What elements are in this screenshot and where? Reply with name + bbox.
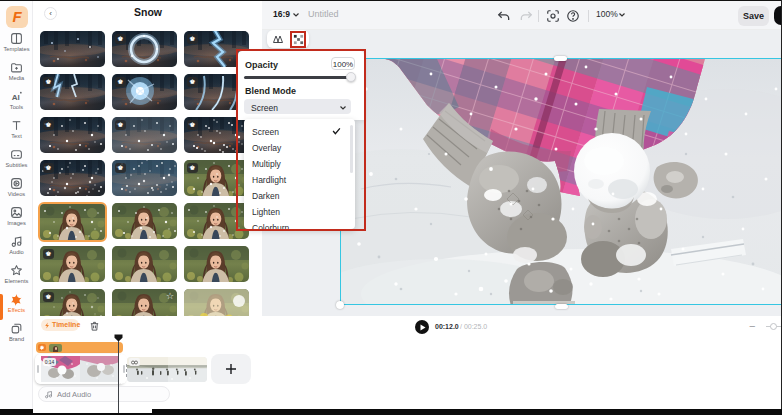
svg-text:AI: AI bbox=[12, 93, 20, 102]
